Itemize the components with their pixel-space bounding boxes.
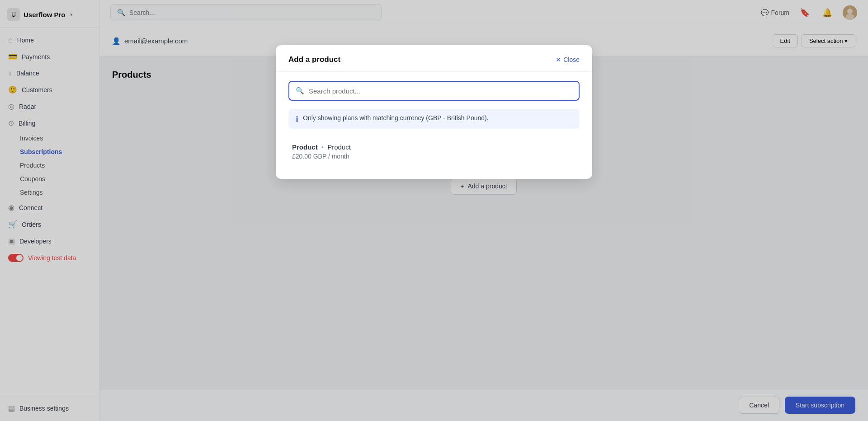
close-label: Close xyxy=(563,56,580,63)
main-area: 🔍 💬 Forum 🔖 🔔 xyxy=(99,0,868,421)
search-icon: 🔍 xyxy=(296,87,304,95)
modal-title: Add a product xyxy=(288,55,340,64)
product-item-price: £20.00 GBP / month xyxy=(292,153,576,160)
info-text: Only showing plans with matching currenc… xyxy=(303,114,489,122)
modal-body: 🔍 ℹ Only showing plans with matching cur… xyxy=(276,72,592,179)
modal-overlay[interactable]: Add a product ✕ Close 🔍 ℹ Only showing p… xyxy=(99,0,868,421)
info-icon: ℹ xyxy=(296,115,298,123)
close-icon: ✕ xyxy=(556,56,561,63)
product-list-item[interactable]: Product • Product £20.00 GBP / month xyxy=(288,137,580,166)
product-item-name: Product • Product xyxy=(292,143,576,151)
product-search-input[interactable] xyxy=(309,87,572,95)
modal-close-button[interactable]: ✕ Close xyxy=(556,56,580,63)
modal-header: Add a product ✕ Close xyxy=(276,45,592,72)
add-product-modal: Add a product ✕ Close 🔍 ℹ Only showing p… xyxy=(276,45,592,179)
modal-search-box[interactable]: 🔍 xyxy=(288,81,580,101)
info-banner: ℹ Only showing plans with matching curre… xyxy=(288,109,580,129)
